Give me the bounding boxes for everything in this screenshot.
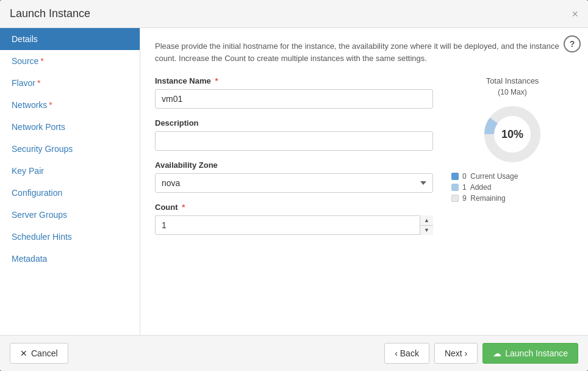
form-section: Instance Name * Description Availability… xyxy=(155,76,433,245)
sidebar-item-label: Metadata xyxy=(12,254,47,264)
required-indicator: * xyxy=(49,100,52,110)
launch-label: Launch Instance xyxy=(505,348,568,358)
sidebar-item-metadata[interactable]: Metadata xyxy=(0,248,140,270)
next-label: Next › xyxy=(445,348,467,358)
availability-zone-label: Availability Zone xyxy=(155,160,433,170)
back-label: ‹ Back xyxy=(395,348,419,358)
description-text: Please provide the initial hostname for … xyxy=(155,40,570,64)
legend-item-current: 0 Current Usage xyxy=(451,172,573,181)
availability-zone-select[interactable]: nova default xyxy=(155,173,433,193)
sidebar-item-networks[interactable]: Networks* xyxy=(0,94,140,116)
modal-header: Launch Instance × xyxy=(0,0,588,28)
legend-color-remaining xyxy=(451,195,459,202)
sidebar-item-label: Network Ports xyxy=(12,122,65,132)
description-label: Description xyxy=(155,118,433,128)
sidebar-item-key-pair[interactable]: Key Pair xyxy=(0,160,140,182)
sidebar-item-label: Security Groups xyxy=(12,144,73,154)
instance-name-group: Instance Name * xyxy=(155,76,433,109)
help-button[interactable]: ? xyxy=(564,35,581,52)
legend-color-current xyxy=(451,173,459,180)
sidebar-item-label: Details xyxy=(12,34,38,44)
next-button[interactable]: Next › xyxy=(434,343,478,364)
chart-section: Total Instances (10 Max) xyxy=(451,76,573,245)
legend-item-remaining: 9 Remaining xyxy=(451,194,573,203)
sidebar-item-scheduler-hints[interactable]: Scheduler Hints xyxy=(0,226,140,248)
sidebar-item-network-ports[interactable]: Network Ports xyxy=(0,116,140,138)
modal-title: Launch Instance xyxy=(10,7,90,20)
sidebar-item-label: Networks xyxy=(12,100,47,110)
legend-color-added xyxy=(451,184,459,191)
sidebar-item-label: Server Groups xyxy=(12,210,67,220)
cancel-button[interactable]: ✕ Cancel xyxy=(10,343,68,364)
close-button[interactable]: × xyxy=(572,9,578,20)
cancel-label: Cancel xyxy=(31,348,58,358)
sidebar-item-source[interactable]: Source* xyxy=(0,50,140,72)
main-content: ? Please provide the initial hostname fo… xyxy=(140,28,588,335)
launch-icon: ☁ xyxy=(493,348,501,358)
sidebar-item-server-groups[interactable]: Server Groups xyxy=(0,204,140,226)
legend-label-current: 0 Current Usage xyxy=(462,172,518,181)
count-label: Count * xyxy=(155,203,433,212)
legend-item-added: 1 Added xyxy=(451,183,573,192)
content-row: Instance Name * Description Availability… xyxy=(155,76,573,245)
donut-chart: 10% xyxy=(482,104,543,165)
modal-overlay: Launch Instance × Details Source* Flavor… xyxy=(0,0,588,371)
modal: Launch Instance × Details Source* Flavor… xyxy=(0,0,588,371)
modal-body: Details Source* Flavor* Networks* Networ… xyxy=(0,28,588,335)
sidebar-item-flavor[interactable]: Flavor* xyxy=(0,72,140,94)
footer-left: ✕ Cancel xyxy=(10,343,68,364)
sidebar-item-configuration[interactable]: Configuration xyxy=(0,182,140,204)
count-input[interactable] xyxy=(155,215,433,235)
chart-legend: 0 Current Usage 1 Added 9 Remaining xyxy=(451,172,573,205)
cancel-icon: ✕ xyxy=(20,348,27,358)
legend-label-added: 1 Added xyxy=(462,183,491,192)
sidebar-item-security-groups[interactable]: Security Groups xyxy=(0,138,140,160)
sidebar-item-details[interactable]: Details xyxy=(0,28,140,50)
footer-right: ‹ Back Next › ☁ Launch Instance xyxy=(384,343,578,364)
legend-label-remaining: 9 Remaining xyxy=(462,194,506,203)
launch-button[interactable]: ☁ Launch Instance xyxy=(482,343,578,364)
sidebar-item-label: Flavor xyxy=(12,78,35,88)
spinner-up-button[interactable]: ▲ xyxy=(420,215,433,226)
donut-label: 10% xyxy=(501,128,523,141)
required-star: * xyxy=(180,203,185,212)
spinner-down-button[interactable]: ▼ xyxy=(420,226,433,236)
sidebar: Details Source* Flavor* Networks* Networ… xyxy=(0,28,140,335)
chart-container: Total Instances (10 Max) xyxy=(451,76,573,205)
sidebar-item-label: Scheduler Hints xyxy=(12,232,72,242)
description-group: Description xyxy=(155,118,433,151)
count-spinner-wrap: ▲ ▼ xyxy=(155,215,433,235)
chart-subtitle: (10 Max) xyxy=(498,88,526,96)
modal-footer: ✕ Cancel ‹ Back Next › ☁ Launch Instance xyxy=(0,335,588,371)
sidebar-item-label: Key Pair xyxy=(12,166,44,176)
instance-name-label: Instance Name * xyxy=(155,76,433,85)
description-input[interactable] xyxy=(155,131,433,151)
sidebar-item-label: Configuration xyxy=(12,188,62,198)
required-indicator: * xyxy=(37,78,40,88)
instance-name-input[interactable] xyxy=(155,89,433,109)
chart-title: Total Instances xyxy=(486,76,539,85)
spinner-buttons: ▲ ▼ xyxy=(420,215,433,235)
availability-zone-group: Availability Zone nova default xyxy=(155,160,433,193)
sidebar-item-label: Source xyxy=(12,56,38,66)
required-indicator: * xyxy=(40,56,43,66)
required-star: * xyxy=(213,76,218,85)
count-group: Count * ▲ ▼ xyxy=(155,203,433,235)
back-button[interactable]: ‹ Back xyxy=(384,343,429,364)
